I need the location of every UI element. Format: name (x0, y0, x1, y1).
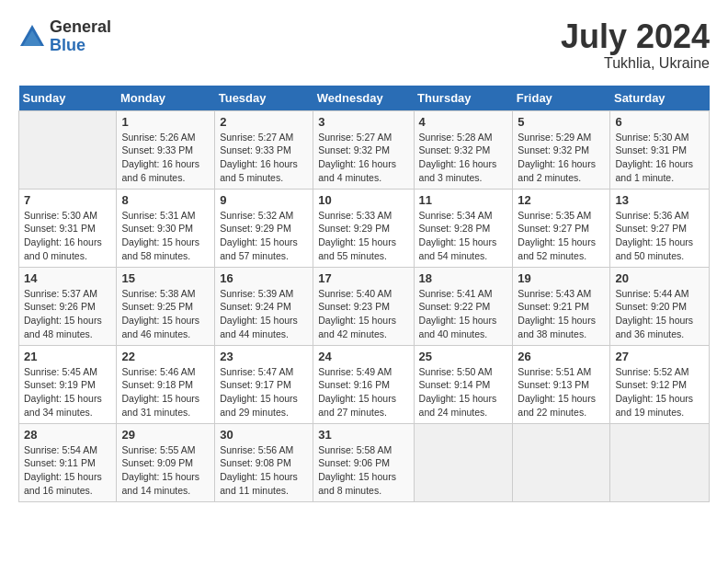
day-info: Sunrise: 5:27 AM Sunset: 9:32 PM Dayligh… (318, 131, 408, 185)
day-number: 6 (615, 115, 704, 129)
day-of-week-header: Sunday (19, 86, 117, 111)
day-info: Sunrise: 5:29 AM Sunset: 9:32 PM Dayligh… (518, 131, 605, 185)
day-number: 2 (220, 115, 308, 129)
calendar-cell: 21Sunrise: 5:45 AM Sunset: 9:19 PM Dayli… (19, 345, 117, 423)
calendar-cell: 19Sunrise: 5:43 AM Sunset: 9:21 PM Dayli… (513, 267, 610, 345)
calendar-cell: 28Sunrise: 5:54 AM Sunset: 9:11 PM Dayli… (19, 423, 117, 501)
calendar-cell (610, 423, 710, 501)
day-number: 30 (220, 428, 308, 442)
day-info: Sunrise: 5:27 AM Sunset: 9:33 PM Dayligh… (220, 131, 308, 185)
day-number: 18 (419, 271, 508, 285)
day-of-week-header: Tuesday (215, 86, 313, 111)
day-info: Sunrise: 5:31 AM Sunset: 9:30 PM Dayligh… (121, 209, 210, 263)
day-info: Sunrise: 5:26 AM Sunset: 9:33 PM Dayligh… (121, 131, 210, 185)
day-number: 27 (615, 350, 704, 363)
day-number: 19 (518, 271, 605, 285)
day-number: 4 (419, 115, 508, 129)
day-number: 31 (318, 428, 408, 442)
day-number: 9 (220, 193, 308, 207)
day-number: 23 (220, 350, 308, 363)
day-info: Sunrise: 5:33 AM Sunset: 9:29 PM Dayligh… (318, 209, 408, 263)
day-number: 29 (121, 428, 210, 442)
calendar-cell: 29Sunrise: 5:55 AM Sunset: 9:09 PM Dayli… (117, 423, 215, 501)
day-of-week-header: Thursday (414, 86, 513, 111)
logo: General Blue (18, 18, 111, 55)
day-info: Sunrise: 5:52 AM Sunset: 9:12 PM Dayligh… (615, 365, 704, 419)
calendar-week-row: 21Sunrise: 5:45 AM Sunset: 9:19 PM Dayli… (19, 345, 710, 423)
calendar-week-row: 7Sunrise: 5:30 AM Sunset: 9:31 PM Daylig… (19, 189, 710, 267)
day-info: Sunrise: 5:34 AM Sunset: 9:28 PM Dayligh… (419, 209, 508, 263)
day-number: 13 (615, 193, 704, 207)
calendar-cell: 25Sunrise: 5:50 AM Sunset: 9:14 PM Dayli… (414, 345, 513, 423)
day-info: Sunrise: 5:55 AM Sunset: 9:09 PM Dayligh… (121, 443, 210, 498)
calendar-cell: 2Sunrise: 5:27 AM Sunset: 9:33 PM Daylig… (215, 110, 313, 189)
calendar-cell: 20Sunrise: 5:44 AM Sunset: 9:20 PM Dayli… (610, 267, 710, 345)
calendar-cell: 8Sunrise: 5:31 AM Sunset: 9:30 PM Daylig… (117, 189, 215, 267)
day-number: 24 (318, 350, 408, 363)
calendar-cell: 30Sunrise: 5:56 AM Sunset: 9:08 PM Dayli… (215, 423, 313, 501)
calendar-cell: 7Sunrise: 5:30 AM Sunset: 9:31 PM Daylig… (19, 189, 117, 267)
day-info: Sunrise: 5:47 AM Sunset: 9:17 PM Dayligh… (220, 365, 308, 419)
calendar-cell: 26Sunrise: 5:51 AM Sunset: 9:13 PM Dayli… (513, 345, 610, 423)
day-number: 8 (121, 193, 210, 207)
day-number: 11 (419, 193, 508, 207)
day-of-week-header: Saturday (610, 86, 710, 111)
calendar-cell: 6Sunrise: 5:30 AM Sunset: 9:31 PM Daylig… (610, 110, 710, 189)
day-info: Sunrise: 5:58 AM Sunset: 9:06 PM Dayligh… (318, 443, 408, 498)
day-number: 20 (615, 271, 704, 285)
day-info: Sunrise: 5:39 AM Sunset: 9:24 PM Dayligh… (220, 287, 308, 341)
day-info: Sunrise: 5:56 AM Sunset: 9:08 PM Dayligh… (220, 443, 308, 498)
logo-icon (18, 23, 46, 51)
day-info: Sunrise: 5:30 AM Sunset: 9:31 PM Dayligh… (615, 131, 704, 185)
day-number: 22 (121, 350, 210, 363)
calendar-cell: 27Sunrise: 5:52 AM Sunset: 9:12 PM Dayli… (610, 345, 710, 423)
day-of-week-header: Wednesday (313, 86, 414, 111)
day-number: 10 (318, 193, 408, 207)
day-info: Sunrise: 5:40 AM Sunset: 9:23 PM Dayligh… (318, 287, 408, 341)
day-number: 28 (24, 428, 111, 442)
day-number: 5 (518, 115, 605, 129)
logo-text: General Blue (50, 18, 111, 55)
page-header: General Blue July 2024 Tukhlia, Ukraine (18, 18, 710, 72)
calendar-cell: 18Sunrise: 5:41 AM Sunset: 9:22 PM Dayli… (414, 267, 513, 345)
day-number: 16 (220, 271, 308, 285)
calendar-cell: 11Sunrise: 5:34 AM Sunset: 9:28 PM Dayli… (414, 189, 513, 267)
day-number: 1 (121, 115, 210, 129)
calendar-cell: 10Sunrise: 5:33 AM Sunset: 9:29 PM Dayli… (313, 189, 414, 267)
day-number: 21 (24, 350, 111, 363)
day-info: Sunrise: 5:36 AM Sunset: 9:27 PM Dayligh… (615, 209, 704, 263)
day-info: Sunrise: 5:37 AM Sunset: 9:26 PM Dayligh… (24, 287, 111, 341)
calendar-week-row: 1Sunrise: 5:26 AM Sunset: 9:33 PM Daylig… (19, 110, 710, 189)
day-info: Sunrise: 5:28 AM Sunset: 9:32 PM Dayligh… (419, 131, 508, 185)
day-info: Sunrise: 5:30 AM Sunset: 9:31 PM Dayligh… (24, 209, 111, 263)
day-number: 14 (24, 271, 111, 285)
calendar-cell: 1Sunrise: 5:26 AM Sunset: 9:33 PM Daylig… (117, 110, 215, 189)
calendar-cell: 31Sunrise: 5:58 AM Sunset: 9:06 PM Dayli… (313, 423, 414, 501)
day-info: Sunrise: 5:51 AM Sunset: 9:13 PM Dayligh… (518, 365, 605, 419)
day-info: Sunrise: 5:46 AM Sunset: 9:18 PM Dayligh… (121, 365, 210, 419)
calendar-cell (513, 423, 610, 501)
calendar-cell: 4Sunrise: 5:28 AM Sunset: 9:32 PM Daylig… (414, 110, 513, 189)
logo-blue: Blue (50, 37, 111, 55)
title-block: July 2024 Tukhlia, Ukraine (561, 18, 710, 72)
calendar-cell: 9Sunrise: 5:32 AM Sunset: 9:29 PM Daylig… (215, 189, 313, 267)
location-label: Tukhlia, Ukraine (561, 55, 710, 72)
days-of-week-row: SundayMondayTuesdayWednesdayThursdayFrid… (19, 86, 710, 111)
day-info: Sunrise: 5:54 AM Sunset: 9:11 PM Dayligh… (24, 443, 111, 498)
calendar-cell: 5Sunrise: 5:29 AM Sunset: 9:32 PM Daylig… (513, 110, 610, 189)
day-info: Sunrise: 5:38 AM Sunset: 9:25 PM Dayligh… (121, 287, 210, 341)
day-number: 3 (318, 115, 408, 129)
day-info: Sunrise: 5:35 AM Sunset: 9:27 PM Dayligh… (518, 209, 605, 263)
calendar-cell: 23Sunrise: 5:47 AM Sunset: 9:17 PM Dayli… (215, 345, 313, 423)
calendar-week-row: 28Sunrise: 5:54 AM Sunset: 9:11 PM Dayli… (19, 423, 710, 501)
day-number: 17 (318, 271, 408, 285)
month-year-title: July 2024 (561, 18, 710, 55)
calendar-cell (19, 110, 117, 189)
calendar-week-row: 14Sunrise: 5:37 AM Sunset: 9:26 PM Dayli… (19, 267, 710, 345)
day-number: 12 (518, 193, 605, 207)
calendar-cell: 12Sunrise: 5:35 AM Sunset: 9:27 PM Dayli… (513, 189, 610, 267)
calendar-cell: 17Sunrise: 5:40 AM Sunset: 9:23 PM Dayli… (313, 267, 414, 345)
day-number: 26 (518, 350, 605, 363)
day-number: 7 (24, 193, 111, 207)
day-info: Sunrise: 5:45 AM Sunset: 9:19 PM Dayligh… (24, 365, 111, 419)
